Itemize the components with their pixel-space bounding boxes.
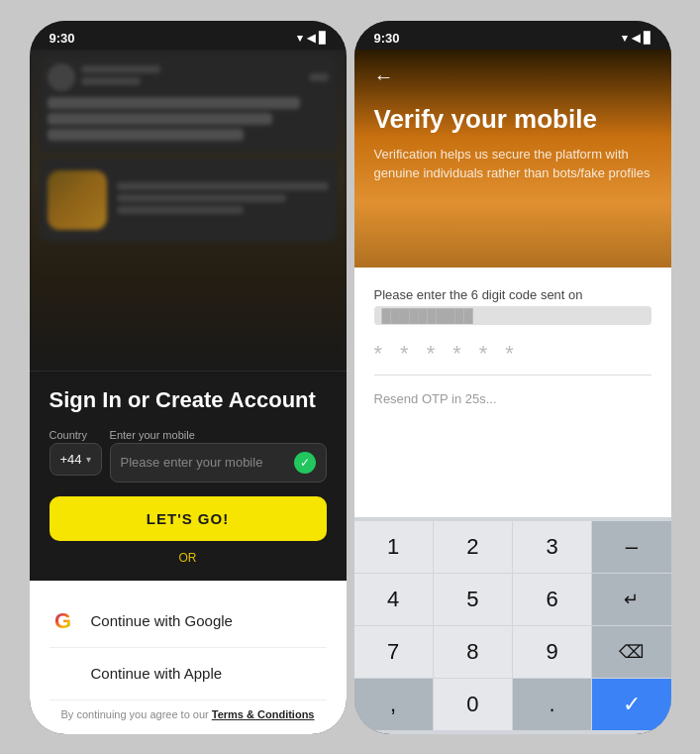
lets-go-button[interactable]: LET'S GO! bbox=[50, 496, 327, 541]
numpad-key-9[interactable]: 9 bbox=[513, 626, 591, 678]
terms-text: By continuing you agree to our Terms & C… bbox=[50, 708, 327, 720]
mobile-label: Enter your mobile bbox=[110, 429, 327, 441]
numpad-key-3[interactable]: – bbox=[592, 521, 670, 573]
resend-text[interactable]: Resend OTP in 25s... bbox=[374, 391, 651, 406]
mobile-input-text: Please enter your mobile bbox=[121, 455, 288, 470]
bottom-sheet: Sign In or Create Account Country +44 ▾ … bbox=[30, 371, 347, 581]
numpad-key-3[interactable]: 3 bbox=[513, 521, 591, 573]
numpad-key-7[interactable]: 7 bbox=[354, 626, 433, 678]
numpad: 123–456↵789⌫,0.✓ bbox=[354, 517, 671, 734]
country-select[interactable]: Country +44 ▾ bbox=[50, 429, 102, 483]
apple-label: Continue with Apple bbox=[91, 665, 223, 682]
blurred-feed bbox=[30, 50, 347, 371]
or-divider: OR bbox=[50, 551, 327, 565]
sign-in-title: Sign In or Create Account bbox=[50, 387, 327, 413]
numpad-key-5[interactable]: 5 bbox=[434, 574, 512, 625]
otp-digit-6: * bbox=[505, 341, 514, 367]
verify-title: Verify your mobile bbox=[374, 104, 651, 135]
verify-header: ← Verify your mobile Verification helps … bbox=[354, 50, 671, 268]
otp-digit-5: * bbox=[479, 341, 488, 367]
numpad-key-2[interactable]: 2 bbox=[434, 521, 512, 573]
numpad-key-4[interactable]: 4 bbox=[354, 574, 433, 625]
mobile-input-group: Enter your mobile Please enter your mobi… bbox=[110, 429, 327, 483]
white-bottom: G Continue with Google Continue with App… bbox=[30, 581, 347, 734]
time-right: 9:30 bbox=[374, 31, 400, 46]
mobile-input-wrapper[interactable]: Please enter your mobile ✓ bbox=[110, 443, 327, 483]
status-bar-right: 9:30 ▾ ◀ ▊ bbox=[354, 21, 671, 50]
numpad-key-1[interactable]: 1 bbox=[354, 521, 433, 573]
numpad-key-14[interactable]: . bbox=[513, 679, 591, 730]
country-value: +44 bbox=[60, 452, 82, 467]
otp-digit-1: * bbox=[374, 341, 383, 367]
google-label: Continue with Google bbox=[91, 612, 233, 629]
feed-thumbnail bbox=[48, 170, 107, 230]
wifi-icon-right: ▾ bbox=[622, 32, 628, 45]
otp-digit-3: * bbox=[427, 341, 436, 367]
numpad-key-0[interactable]: 0 bbox=[434, 679, 512, 730]
numpad-key-11[interactable]: ⌫ bbox=[592, 626, 670, 678]
phone-input-row: Country +44 ▾ Enter your mobile Please e… bbox=[50, 429, 327, 483]
apple-button[interactable]: Continue with Apple bbox=[50, 648, 327, 700]
otp-digit-2: * bbox=[400, 341, 409, 367]
numpad-key-12[interactable]: , bbox=[354, 679, 433, 730]
right-phone: 9:30 ▾ ◀ ▊ ← Verify your mobile Verifica… bbox=[354, 21, 671, 734]
left-content: Sign In or Create Account Country +44 ▾ … bbox=[30, 50, 347, 734]
back-button[interactable]: ← bbox=[374, 65, 394, 88]
masked-phone: ██████████ bbox=[374, 306, 651, 325]
terms-link[interactable]: Terms & Conditions bbox=[212, 708, 315, 720]
wifi-icon: ▾ bbox=[297, 32, 303, 45]
apple-icon bbox=[50, 660, 77, 688]
code-sent-text: Please enter the 6 digit code sent on bbox=[374, 287, 651, 302]
numpad-key-7[interactable]: ↵ bbox=[592, 574, 670, 625]
numpad-key-6[interactable]: 6 bbox=[513, 574, 591, 625]
otp-digit-4: * bbox=[452, 341, 461, 367]
country-dropdown[interactable]: +44 ▾ bbox=[50, 443, 102, 476]
left-phone: 9:30 ▾ ◀ ▊ bbox=[30, 21, 347, 734]
check-icon: ✓ bbox=[294, 452, 316, 474]
chevron-down-icon: ▾ bbox=[86, 454, 91, 465]
numpad-key-15[interactable]: ✓ bbox=[592, 679, 670, 730]
numpad-key-8[interactable]: 8 bbox=[434, 626, 512, 678]
terms-prefix: By continuing you agree to our bbox=[61, 708, 212, 720]
signal-icon: ◀ bbox=[307, 32, 315, 45]
signal-icon-right: ◀ bbox=[632, 32, 640, 45]
country-label: Country bbox=[50, 429, 102, 441]
time-left: 9:30 bbox=[50, 31, 75, 46]
battery-icon: ▊ bbox=[319, 32, 327, 45]
status-icons-left: ▾ ◀ ▊ bbox=[297, 32, 327, 45]
status-bar-left: 9:30 ▾ ◀ ▊ bbox=[30, 21, 347, 50]
google-button[interactable]: G Continue with Google bbox=[50, 595, 327, 648]
verify-subtitle: Verification helps us secure the platfor… bbox=[374, 145, 651, 183]
verify-body: Please enter the 6 digit code sent on ██… bbox=[354, 268, 671, 517]
status-icons-right: ▾ ◀ ▊ bbox=[622, 32, 651, 45]
battery-icon-right: ▊ bbox=[644, 32, 651, 45]
google-icon: G bbox=[50, 607, 77, 635]
otp-input[interactable]: * * * * * * bbox=[374, 341, 651, 376]
